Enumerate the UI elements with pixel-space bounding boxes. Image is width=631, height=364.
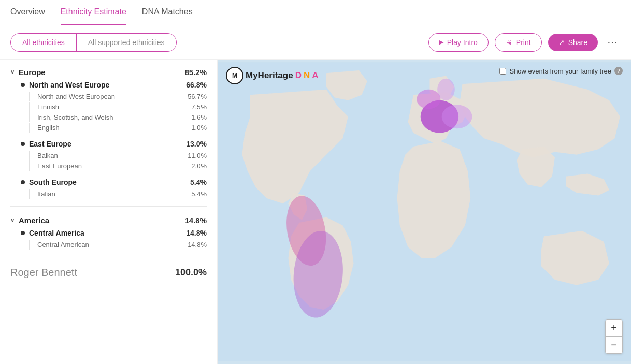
zoom-in-btn[interactable]: + bbox=[606, 320, 622, 337]
ethnicity-sidebar: ∨ Europe 85.2% North and West Europe 66.… bbox=[0, 60, 218, 364]
ethnicity-name: Italian bbox=[37, 190, 55, 198]
dna-logo-text3: A bbox=[312, 70, 318, 81]
map-logo-area: M MyHeritage DNA bbox=[226, 67, 318, 84]
america-percent: 14.8% bbox=[184, 216, 207, 225]
europe-title: ∨ Europe bbox=[10, 68, 46, 77]
tab-dna-matches[interactable]: DNA Matches bbox=[142, 0, 193, 25]
ethnicity-name: North and West European bbox=[37, 93, 115, 100]
show-events-area: Show events from your family tree ? bbox=[499, 67, 623, 75]
play-intro-btn[interactable]: ▶ Play Intro bbox=[428, 33, 489, 52]
help-icon[interactable]: ? bbox=[614, 67, 623, 75]
dot-icon bbox=[21, 83, 25, 87]
ethnicity-name: Balkan bbox=[37, 152, 58, 159]
america-collapse-icon[interactable]: ∨ bbox=[10, 217, 15, 224]
east-europe-header: East Europe 13.0% bbox=[21, 140, 207, 148]
north-west-europe-name: North and West Europe bbox=[21, 81, 109, 89]
tab-ethnicity[interactable]: Ethnicity Estimate bbox=[61, 0, 126, 25]
ethnicity-name: Central American bbox=[37, 241, 89, 249]
europe-collapse-icon[interactable]: ∨ bbox=[10, 69, 15, 76]
zoom-out-btn[interactable]: − bbox=[606, 337, 622, 353]
ethnicity-name: Finnish bbox=[37, 103, 59, 111]
europe-section: ∨ Europe 85.2% North and West Europe 66.… bbox=[0, 60, 217, 199]
map-container: M MyHeritage DNA Show events from your f… bbox=[218, 60, 631, 364]
show-events-label: Show events from your family tree bbox=[509, 67, 611, 75]
dot-icon bbox=[21, 231, 25, 235]
filter-bar: All ethnicities All supported ethnicitie… bbox=[0, 25, 631, 60]
america-title: ∨ America bbox=[10, 216, 49, 225]
central-america-header: Central America 14.8% bbox=[21, 229, 207, 237]
ethnicity-row: Italian 5.4% bbox=[29, 189, 207, 199]
myheritage-logo-text: MyHeritage bbox=[246, 70, 293, 81]
ethnicity-row: Finnish 7.5% bbox=[29, 102, 207, 112]
ethnicity-row: Irish, Scottish, and Welsh 1.6% bbox=[29, 112, 207, 122]
ethnicity-pct: 2.0% bbox=[191, 162, 207, 170]
ethnicity-pct: 14.8% bbox=[188, 241, 207, 249]
tab-overview[interactable]: Overview bbox=[10, 0, 45, 25]
filter-actions: ▶ Play Intro 🖨 Print ⤢ Share ⋯ bbox=[428, 33, 621, 52]
ethnicity-pct: 1.6% bbox=[191, 113, 207, 121]
dot-icon bbox=[21, 142, 25, 146]
myheritage-logo-circle: M bbox=[226, 67, 243, 84]
ethnicity-filter-group: All ethnicities All supported ethnicitie… bbox=[10, 33, 177, 52]
north-west-europe-subregion: North and West Europe 66.8% North and We… bbox=[21, 81, 207, 133]
america-section: ∨ America 14.8% Central America 14.8% Ce… bbox=[0, 212, 217, 250]
svg-point-6 bbox=[437, 79, 455, 100]
ethnicity-pct: 1.0% bbox=[191, 124, 207, 132]
more-menu-btn[interactable]: ⋯ bbox=[604, 36, 621, 49]
ethnicity-row: North and West European 56.7% bbox=[29, 92, 207, 101]
show-events-checkbox[interactable] bbox=[499, 68, 506, 75]
europe-header: ∨ Europe 85.2% bbox=[10, 68, 207, 77]
central-america-pct: 14.8% bbox=[186, 229, 207, 237]
dot-icon bbox=[21, 180, 25, 184]
central-america-subregion: Central America 14.8% Central American 1… bbox=[21, 229, 207, 250]
ethnicity-pct: 56.7% bbox=[188, 93, 207, 100]
europe-label: Europe bbox=[19, 68, 46, 77]
zoom-controls: + − bbox=[605, 319, 623, 354]
svg-point-4 bbox=[417, 90, 440, 109]
ethnicity-row: East European 2.0% bbox=[29, 161, 207, 171]
ethnicity-name: English bbox=[37, 124, 60, 132]
all-supported-ethnicities-btn[interactable]: All supported ethnicities bbox=[77, 34, 176, 51]
south-europe-subregion: South Europe 5.4% Italian 5.4% bbox=[21, 178, 207, 199]
east-europe-name: East Europe bbox=[21, 140, 71, 148]
dna-logo-text: D bbox=[295, 70, 302, 81]
main-content: ∨ Europe 85.2% North and West Europe 66.… bbox=[0, 60, 631, 364]
play-icon: ▶ bbox=[439, 39, 443, 46]
ethnicity-pct: 11.0% bbox=[188, 152, 207, 159]
ethnicity-row: Balkan 11.0% bbox=[29, 151, 207, 161]
ethnicity-row: Central American 14.8% bbox=[29, 240, 207, 250]
share-btn[interactable]: ⤢ Share bbox=[548, 34, 598, 51]
dna-logo-text2: N bbox=[304, 70, 310, 81]
section-divider-2 bbox=[10, 257, 207, 257]
east-europe-pct: 13.0% bbox=[186, 140, 207, 148]
total-name: Roger Bennett bbox=[10, 267, 77, 279]
north-west-europe-header: North and West Europe 66.8% bbox=[21, 81, 207, 89]
share-icon: ⤢ bbox=[558, 38, 565, 47]
share-label: Share bbox=[568, 38, 587, 47]
america-label: America bbox=[19, 216, 49, 225]
play-intro-label: Play Intro bbox=[447, 38, 478, 47]
total-row: Roger Bennett 100.0% bbox=[0, 263, 217, 287]
east-europe-subregion: East Europe 13.0% Balkan 11.0% East Euro… bbox=[21, 140, 207, 171]
ethnicity-pct: 5.4% bbox=[191, 190, 207, 198]
ethnicity-row: English 1.0% bbox=[29, 123, 207, 133]
europe-percent: 85.2% bbox=[184, 68, 207, 77]
america-header: ∨ America 14.8% bbox=[10, 216, 207, 225]
central-america-name: Central America bbox=[21, 229, 84, 237]
nav-tabs: Overview Ethnicity Estimate DNA Matches bbox=[0, 0, 631, 25]
section-divider bbox=[10, 206, 207, 207]
ethnicity-name: East European bbox=[37, 162, 82, 170]
print-label: Print bbox=[516, 38, 531, 47]
south-europe-name: South Europe bbox=[21, 178, 77, 186]
print-btn[interactable]: 🖨 Print bbox=[495, 33, 542, 52]
ethnicity-name: Irish, Scottish, and Welsh bbox=[37, 113, 113, 121]
world-map-svg bbox=[218, 60, 631, 364]
svg-point-5 bbox=[442, 105, 472, 128]
all-ethnicities-btn[interactable]: All ethnicities bbox=[11, 34, 77, 51]
south-europe-pct: 5.4% bbox=[190, 178, 207, 186]
south-europe-header: South Europe 5.4% bbox=[21, 178, 207, 186]
total-percent: 100.0% bbox=[175, 267, 207, 278]
ethnicity-pct: 7.5% bbox=[191, 103, 207, 111]
north-west-europe-pct: 66.8% bbox=[186, 81, 207, 89]
print-icon: 🖨 bbox=[506, 38, 512, 46]
